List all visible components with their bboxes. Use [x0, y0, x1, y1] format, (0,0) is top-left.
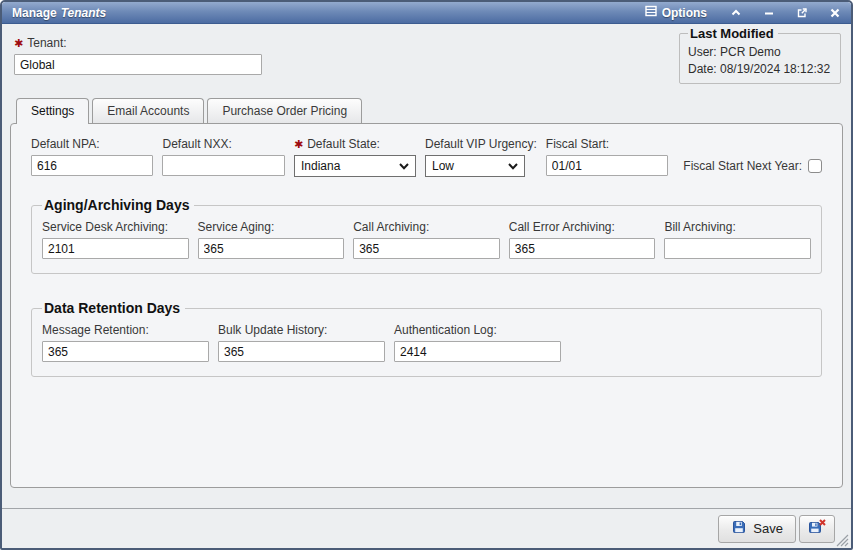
last-modified-legend: Last Modified — [688, 26, 778, 41]
bill-archiving-label: Bill Archiving: — [664, 220, 735, 234]
default-nxx-field: Default NXX: — [162, 137, 284, 176]
window-title: ManageTenants — [12, 6, 106, 20]
popout-button[interactable] — [794, 5, 810, 21]
window-title-emphasis: Tenants — [61, 6, 107, 20]
default-state-label: Default State: — [307, 137, 380, 151]
authentication-log-label: Authentication Log: — [394, 323, 497, 337]
save-floppy-icon — [731, 519, 747, 538]
tab-settings[interactable]: Settings — [16, 98, 89, 124]
authentication-log-input[interactable] — [394, 341, 561, 362]
fiscal-start-label: Fiscal Start: — [546, 137, 609, 151]
message-retention-field: Message Retention: — [42, 323, 209, 362]
footer-toolbar: Save — [2, 508, 851, 548]
data-retention-row: Message Retention: Bulk Update History: … — [42, 323, 811, 362]
tab-purchase-order-pricing[interactable]: Purchase Order Pricing — [207, 98, 362, 123]
default-nxx-label: Default NXX: — [162, 137, 231, 151]
call-archiving-input[interactable] — [353, 238, 500, 259]
data-retention-legend: Data Retention Days — [42, 300, 185, 316]
required-asterisk: ✱ — [294, 139, 303, 150]
fiscal-start-input[interactable] — [546, 155, 668, 176]
bulk-update-history-field: Bulk Update History: — [218, 323, 385, 362]
options-label: Options — [662, 6, 707, 20]
service-aging-input[interactable] — [198, 238, 345, 259]
save-close-floppy-x-icon — [808, 519, 826, 538]
collapse-button[interactable] — [728, 5, 744, 21]
bill-archiving-input[interactable] — [664, 238, 811, 259]
aging-archiving-group: Aging/Archiving Days Service Desk Archiv… — [31, 197, 822, 274]
defaults-row: Default NPA: Default NXX: ✱ Default Stat… — [31, 137, 822, 177]
default-npa-field: Default NPA: — [31, 137, 153, 176]
call-error-archiving-field: Call Error Archiving: — [509, 220, 656, 259]
fiscal-start-next-year-checkbox[interactable] — [808, 159, 822, 173]
default-vip-urgency-label: Default VIP Urgency: — [425, 137, 537, 151]
options-button[interactable]: Options — [641, 3, 711, 22]
manage-tenants-window: ManageTenants Options — [0, 0, 853, 550]
close-x-icon — [829, 7, 841, 19]
default-npa-input[interactable] — [31, 155, 153, 176]
required-asterisk: ✱ — [14, 38, 23, 49]
titlebar: ManageTenants Options — [2, 2, 851, 24]
default-state-value: Indiana — [301, 159, 340, 173]
fiscal-start-field: Fiscal Start: — [546, 137, 668, 176]
default-state-select[interactable]: Indiana — [294, 155, 416, 177]
default-vip-urgency-select[interactable]: Low — [425, 155, 525, 177]
options-menu-icon — [645, 5, 657, 20]
fiscal-start-next-year-field: Fiscal Start Next Year: — [683, 155, 822, 177]
save-close-button[interactable] — [799, 515, 835, 543]
data-retention-group: Data Retention Days Message Retention: B… — [31, 300, 822, 377]
default-nxx-input[interactable] — [162, 155, 284, 176]
settings-tab-panel: Default NPA: Default NXX: ✱ Default Stat… — [10, 123, 843, 488]
default-vip-urgency-value: Low — [432, 159, 454, 173]
aging-archiving-legend: Aging/Archiving Days — [42, 197, 194, 213]
close-button[interactable] — [827, 5, 843, 21]
call-error-archiving-label: Call Error Archiving: — [509, 220, 615, 234]
authentication-log-field: Authentication Log: — [394, 323, 561, 362]
tenant-input[interactable] — [14, 54, 262, 75]
message-retention-label: Message Retention: — [42, 323, 149, 337]
chevron-down-icon — [399, 159, 409, 173]
bill-archiving-field: Bill Archiving: — [664, 220, 811, 259]
default-state-field: ✱ Default State: Indiana — [294, 137, 416, 177]
tab-strip: Settings Email Accounts Purchase Order P… — [16, 98, 851, 123]
message-retention-input[interactable] — [42, 341, 209, 362]
tenant-label: Tenant: — [27, 36, 66, 50]
last-modified-panel: Last Modified User: PCR Demo Date: 08/19… — [679, 26, 841, 84]
service-desk-archiving-label: Service Desk Archiving: — [42, 220, 168, 234]
call-archiving-label: Call Archiving: — [353, 220, 429, 234]
save-button-label: Save — [753, 521, 783, 536]
call-archiving-field: Call Archiving: — [353, 220, 500, 259]
minus-icon — [763, 7, 775, 19]
bulk-update-history-input[interactable] — [218, 341, 385, 362]
minimize-button[interactable] — [761, 5, 777, 21]
service-aging-field: Service Aging: — [198, 220, 345, 259]
aging-archiving-row: Service Desk Archiving: Service Aging: C… — [42, 220, 811, 259]
window-title-prefix: Manage — [12, 6, 57, 20]
header-section: ✱ Tenant: Last Modified User: PCR Demo D… — [2, 24, 851, 98]
default-vip-urgency-field: Default VIP Urgency: Low — [425, 137, 537, 177]
resize-grip[interactable] — [836, 533, 849, 546]
call-error-archiving-input[interactable] — [509, 238, 656, 259]
chevron-up-icon — [730, 7, 742, 19]
service-desk-archiving-field: Service Desk Archiving: — [42, 220, 189, 259]
service-aging-label: Service Aging: — [198, 220, 275, 234]
service-desk-archiving-input[interactable] — [42, 238, 189, 259]
last-modified-user: User: PCR Demo — [688, 45, 832, 59]
fiscal-start-next-year-label: Fiscal Start Next Year: — [683, 159, 802, 173]
tab-email-accounts[interactable]: Email Accounts — [92, 98, 204, 123]
titlebar-controls: Options — [641, 3, 843, 22]
chevron-down-icon — [508, 159, 518, 173]
save-button[interactable]: Save — [718, 515, 796, 543]
external-link-icon — [796, 7, 808, 19]
bulk-update-history-label: Bulk Update History: — [218, 323, 327, 337]
last-modified-date: Date: 08/19/2024 18:12:32 — [688, 62, 832, 76]
default-npa-label: Default NPA: — [31, 137, 99, 151]
